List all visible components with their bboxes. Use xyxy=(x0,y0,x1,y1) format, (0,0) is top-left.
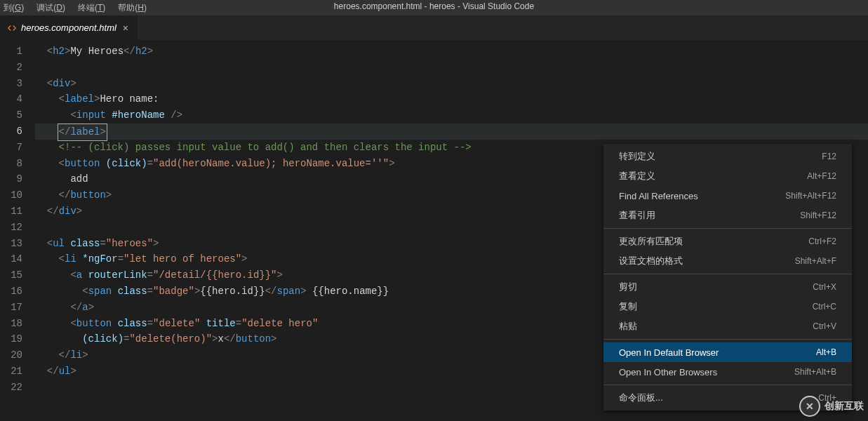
ctx-shortcut: Shift+Alt+F xyxy=(795,256,836,266)
tab-heroes-component[interactable]: heroes.component.html × xyxy=(0,15,138,40)
ctx-label: 设置文档的格式 xyxy=(619,255,683,267)
close-icon[interactable]: × xyxy=(121,23,131,33)
context-menu-separator xyxy=(603,228,852,229)
watermark: ✕ 创新互联 xyxy=(799,396,864,417)
menu-item-terminal[interactable]: 终端(T) xyxy=(78,2,105,14)
ctx-label: Open In Other Browsers xyxy=(619,367,717,377)
ctx-shortcut: Alt+B xyxy=(816,347,836,357)
ctx-shortcut: F12 xyxy=(822,152,836,161)
ctx-shortcut: Ctrl+V xyxy=(813,321,836,331)
ctx-label: 复制 xyxy=(619,300,637,313)
ctx-label: 转到定义 xyxy=(619,150,655,163)
context-menu-item[interactable]: Find All ReferencesShift+Alt+F12 xyxy=(603,186,852,206)
menu-item-help[interactable]: 帮助(H) xyxy=(118,2,147,14)
context-menu-item[interactable]: 查看引用Shift+F12 xyxy=(603,206,852,225)
context-menu-separator xyxy=(603,339,852,340)
ctx-label: Find All References xyxy=(619,191,698,201)
tab-bar: heroes.component.html × xyxy=(0,15,868,40)
context-menu-item[interactable]: 剪切Ctrl+X xyxy=(603,277,852,297)
context-menu-item[interactable]: 转到定义F12 xyxy=(603,147,852,166)
menu-item-debug[interactable]: 调试(D) xyxy=(36,2,65,14)
ctx-label: Open In Default Browser xyxy=(619,347,719,358)
ctx-shortcut: Shift+Alt+B xyxy=(794,367,836,377)
html-file-icon xyxy=(7,23,17,33)
context-menu: 转到定义F12查看定义Alt+F12Find All ReferencesShi… xyxy=(603,144,852,410)
ctx-label: 更改所有匹配项 xyxy=(619,235,683,248)
ctx-shortcut: Shift+Alt+F12 xyxy=(785,191,836,201)
context-menu-item[interactable]: Open In Other BrowsersShift+Alt+B xyxy=(603,362,852,382)
ctx-shortcut: Alt+F12 xyxy=(807,171,836,181)
ctx-label: 粘贴 xyxy=(619,320,637,333)
context-menu-separator xyxy=(603,274,852,274)
context-menu-item[interactable]: Open In Default BrowserAlt+B xyxy=(603,342,852,362)
ctx-shortcut: Shift+F12 xyxy=(800,210,836,220)
tab-label: heroes.component.html xyxy=(21,22,116,33)
line-number-gutter: 12345678910111213141516171819202122 xyxy=(0,40,35,421)
context-menu-item[interactable]: 更改所有匹配项Ctrl+F2 xyxy=(603,232,852,251)
ctx-shortcut: Ctrl+C xyxy=(813,302,836,312)
context-menu-item[interactable]: 复制Ctrl+C xyxy=(603,297,852,316)
context-menu-item[interactable]: 粘贴Ctrl+V xyxy=(603,316,852,336)
ctx-label: 查看引用 xyxy=(619,209,655,222)
context-menu-item[interactable]: 查看定义Alt+F12 xyxy=(603,166,852,186)
ctx-shortcut: Ctrl+F2 xyxy=(808,236,836,246)
ctx-shortcut: Ctrl+X xyxy=(813,282,836,292)
ctx-label: 命令面板... xyxy=(619,392,663,404)
ctx-label: 剪切 xyxy=(619,281,637,293)
watermark-text: 创新互联 xyxy=(824,400,864,413)
title-bar: 到(G) 调试(D) 终端(T) 帮助(H) heroes.component.… xyxy=(0,0,868,15)
context-menu-item[interactable]: 设置文档的格式Shift+Alt+F xyxy=(603,251,852,271)
menu-bar: 到(G) 调试(D) 终端(T) 帮助(H) xyxy=(0,2,147,14)
context-menu-separator xyxy=(603,385,852,385)
watermark-icon: ✕ xyxy=(799,396,820,417)
menu-item-go[interactable]: 到(G) xyxy=(4,2,24,14)
ctx-label: 查看定义 xyxy=(619,170,655,182)
